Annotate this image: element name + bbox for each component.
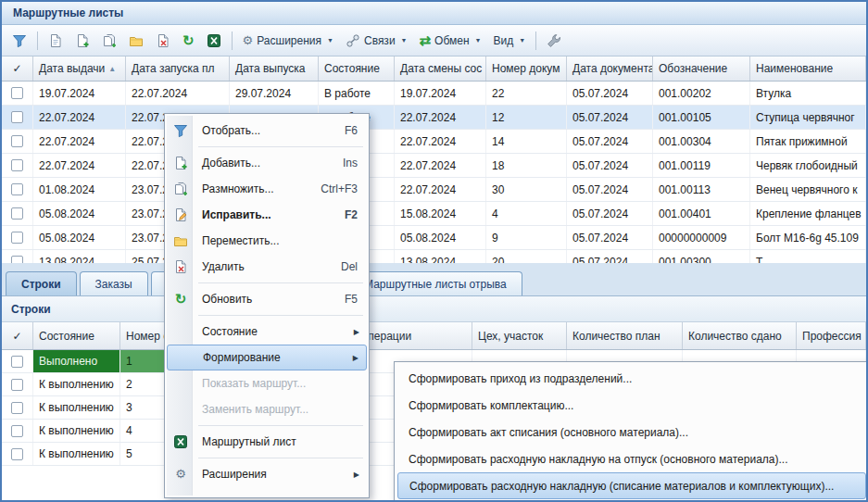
excel-button[interactable] — [202, 30, 226, 52]
menu-item-refresh[interactable]: ↻ Обновить F5 — [167, 286, 367, 312]
submenu-item-incoming[interactable]: Сформировать приход из подразделений... — [397, 365, 866, 392]
cell: Червяк глобоидный — [750, 154, 866, 177]
cell: 18 — [486, 154, 567, 177]
column-header-shop-section[interactable]: Цех, участок — [472, 322, 567, 349]
table-row[interactable]: 22.07.2024 22.07.2024 22.07.2024 14 05.0… — [2, 130, 866, 154]
column-header-qty-done[interactable]: Количество сдано — [683, 322, 797, 349]
row-checkbox[interactable] — [11, 232, 23, 244]
row-checkbox[interactable] — [11, 256, 23, 263]
cell-state-done: Выполнено — [33, 350, 120, 372]
table-row[interactable]: 22.07.2024 22.07.2024 22.07.2024 18 05.0… — [2, 154, 866, 178]
cell: 15.08.2024 — [395, 202, 486, 225]
toolbar-separator — [535, 31, 536, 50]
column-header-state-change-date[interactable]: Дата смены сос — [395, 56, 486, 81]
row-checkbox[interactable] — [11, 356, 23, 368]
submenu-item-issue-invoice[interactable]: Сформировать расходную накладную на отпу… — [397, 446, 866, 472]
column-header-doc-number[interactable]: Номер докум — [486, 56, 567, 81]
row-checkbox[interactable] — [11, 87, 23, 99]
cell: 001.00113 — [653, 178, 750, 201]
row-checkbox[interactable] — [11, 425, 23, 437]
menu-item-route-sheet[interactable]: Маршрутный лист — [167, 429, 367, 455]
column-header-release-date[interactable]: Дата выпуска — [230, 56, 319, 81]
route-sheets-table: ✓ Дата выдачи▲ Дата запуска пл Дата выпу… — [2, 56, 866, 263]
gear-icon: ⚙ — [173, 467, 188, 482]
column-header-name[interactable]: Наименование — [750, 56, 866, 81]
menu-item-move[interactable]: Переместить... — [167, 228, 367, 254]
chevron-down-icon: ▼ — [475, 37, 482, 44]
extensions-dropdown[interactable]: ⚙ Расширения ▼ — [238, 30, 338, 52]
menu-item-delete[interactable]: Удалить Del — [167, 254, 367, 280]
submenu-item-writeoff-act[interactable]: Сформировать акт списания (основного мат… — [397, 419, 866, 446]
cell: 22.07.2024 — [395, 130, 486, 153]
delete-button[interactable] — [151, 30, 175, 52]
menu-item-filter[interactable]: Отобрать... F6 — [167, 118, 367, 144]
cell — [2, 178, 33, 201]
cell: 13.08.2024 — [33, 250, 126, 263]
submenu-item-expense-invoice[interactable]: Сформировать расходную накладную (списан… — [397, 472, 866, 499]
cell: 30 — [486, 178, 567, 201]
tab-rows[interactable]: Строки — [6, 271, 77, 295]
refresh-button[interactable]: ↻ — [178, 30, 199, 52]
table-header-row: ✓ Состояние Номер операции Операции Цех,… — [2, 322, 866, 350]
table-row[interactable]: 05.08.2024 23.07.2024 05.08.2024 9 05.07… — [2, 226, 866, 250]
tab-tearoff-route-sheets[interactable]: Маршрутные листы отрыва — [348, 271, 522, 295]
column-header-qty-plan[interactable]: Количество план — [567, 322, 683, 349]
column-header-state[interactable]: Состояние — [319, 56, 395, 81]
row-checkbox[interactable] — [11, 448, 23, 460]
row-checkbox[interactable] — [11, 379, 23, 391]
page-x-icon — [156, 33, 170, 48]
row-checkbox[interactable] — [11, 159, 23, 171]
cell: Болт М16-6g 45.109 — [750, 226, 866, 249]
row-checkbox[interactable] — [11, 135, 23, 147]
cell: 001.00304 — [653, 130, 750, 153]
column-header-issue-date[interactable]: Дата выдачи▲ — [33, 56, 126, 81]
row-checkbox[interactable] — [11, 111, 23, 123]
links-dropdown[interactable]: Связи ▼ — [341, 30, 412, 52]
column-header-doc-date[interactable]: Дата документа — [567, 56, 653, 81]
table-row-selected[interactable]: 22.07.2024 22.07.2024 26.07.2024 В работ… — [2, 106, 866, 130]
column-header-state[interactable]: Состояние — [33, 322, 120, 349]
column-header-check[interactable]: ✓ — [2, 322, 33, 349]
links-icon — [346, 33, 360, 48]
add-button[interactable] — [70, 30, 94, 52]
exchange-dropdown[interactable]: ⇄ Обмен ▼ — [415, 30, 486, 52]
table-row[interactable]: 01.08.2024 23.07.2024 22.07.2024 30 05.0… — [2, 178, 866, 202]
cell — [2, 373, 33, 395]
cell: Втулка — [750, 82, 866, 105]
column-header-operations[interactable]: Операции — [354, 322, 472, 349]
row-checkbox[interactable] — [11, 207, 23, 220]
menu-item-state[interactable]: Состояние ▶ — [167, 319, 367, 345]
column-header-profession[interactable]: Профессия — [797, 322, 866, 349]
view-label: Вид — [494, 34, 514, 47]
menu-item-formation[interactable]: Формирование ▶ — [167, 345, 367, 370]
table-row[interactable]: 05.08.2024 23.07.2024 15.08.2024 4 05.07… — [2, 202, 866, 226]
duplicate-button[interactable] — [97, 30, 121, 52]
tab-orders[interactable]: Заказы — [80, 271, 148, 295]
view-dropdown[interactable]: Вид ▼ — [489, 30, 531, 52]
menu-item-edit[interactable]: Исправить... F2 — [167, 202, 367, 228]
column-header-launch-date[interactable]: Дата запуска пл — [126, 56, 230, 81]
row-checkbox[interactable] — [11, 402, 23, 414]
table-header-row: ✓ Дата выдачи▲ Дата запуска пл Дата выпу… — [2, 56, 866, 82]
settings-wrench-button[interactable] — [542, 30, 566, 52]
menu-item-duplicate[interactable]: Размножить... Ctrl+F3 — [167, 176, 367, 202]
cell: Венец червячного к — [750, 178, 866, 201]
menu-item-add[interactable]: Добавить... Ins — [167, 150, 367, 176]
cell — [2, 350, 33, 372]
cell: 05.07.2024 — [567, 226, 653, 249]
table-row[interactable]: 19.07.2024 22.07.2024 29.07.2024 В работ… — [2, 82, 866, 106]
column-header-designation[interactable]: Обозначение — [653, 56, 750, 81]
page-icon — [48, 33, 63, 48]
filter-button[interactable] — [7, 30, 31, 52]
table-row-partial[interactable]: 13.08.2024 25.07.2024 13.08.2024 20 05.0… — [2, 250, 866, 263]
refresh-icon: ↻ — [173, 292, 188, 307]
cell: 22.07.2024 — [395, 154, 486, 177]
page-plus-icon — [173, 156, 188, 170]
row-checkbox[interactable] — [11, 183, 23, 195]
column-header-check[interactable]: ✓ — [2, 56, 33, 81]
new-document-button[interactable] — [44, 30, 68, 52]
cell: К выполнению — [33, 420, 120, 442]
menu-item-extensions[interactable]: ⚙ Расширения ▶ — [167, 461, 367, 487]
submenu-item-kitting[interactable]: Сформировать комплектацию... — [397, 392, 866, 419]
move-button[interactable] — [124, 30, 148, 52]
